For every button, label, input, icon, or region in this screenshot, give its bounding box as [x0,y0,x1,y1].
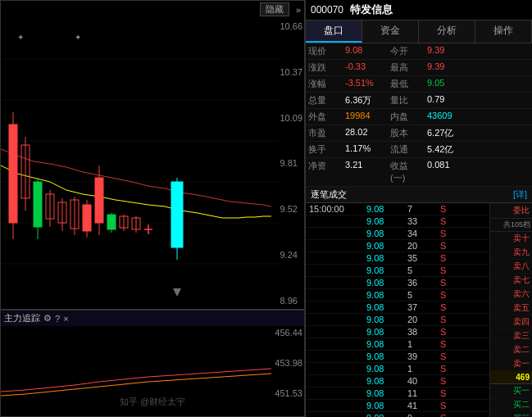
svg-marker-32 [173,288,181,297]
tab-bar: 盘口 资金 分析 操作 [306,20,532,43]
data-row-3: 涨幅 -3.51% 最低 9.05 [306,76,532,93]
stock-title-bar: 000070 特发信息 [306,0,532,20]
trade-row: 9.08 38 S [306,326,489,338]
buy-3: 买三 [490,412,532,417]
main-container: 隐藏 » ✦ ✦ 10.66 10.37 10.09 9.81 9.52 9.2… [0,0,532,417]
trade-row: 9.08 5 S [306,265,489,277]
vol-level-2: 453.98 [275,358,302,368]
trade-row: 9.08 41 S [306,400,489,412]
hide-button[interactable]: 隐藏 [260,2,289,16]
price-level-5: 9.52 [280,204,302,214]
data-row-8: 净资 3.21 收益(一) 0.081 [306,158,532,187]
value-最低: 9.05 [425,76,474,92]
stock-data-panel: 现价 9.08 今开 9.39 涨跌 -0.33 最高 9.39 涨幅 -3.5… [306,43,532,417]
buy-2: 买二 [490,398,532,412]
label-最高: 最高 [388,60,425,75]
trade-row: 9.08 5 S [306,289,489,301]
trade-title: 逐笔成交 [311,188,347,201]
value-涨跌: -0.33 [343,60,388,75]
svg-rect-19 [83,205,91,231]
data-row-2: 涨跌 -0.33 最高 9.39 [306,60,532,76]
label-总量: 总量 [306,93,343,108]
trade-row: 9.08 35 S [306,252,489,265]
value-收益一: 0.081 [425,158,474,186]
svg-rect-21 [95,178,103,223]
trade-row: 9.08 37 S [306,301,489,314]
data-row-7: 换手 1.17% 流通 5.42亿 [306,142,532,158]
sell-10: 卖十 [490,232,532,246]
trade-detail-link[interactable]: [详] [513,188,527,201]
candlestick-svg [1,18,280,309]
trade-row: 9.08 20 S [306,314,489,326]
buy-1: 买一 [490,384,532,398]
main-force-label: 主力追踪 [4,312,40,324]
sell-8: 卖八 [490,260,532,274]
trade-row: 9.08 34 S [306,228,489,240]
value-涨幅: -3.51% [343,76,388,92]
委比-label: 委比 [490,203,532,219]
value-流通: 5.42亿 [425,142,474,157]
tab-分析[interactable]: 分析 [419,20,475,43]
sell-4: 卖四 [490,315,532,329]
label-外盘: 外盘 [306,109,343,125]
value-股本: 6.27亿 [425,125,474,141]
chart-area: 隐藏 » ✦ ✦ 10.66 10.37 10.09 9.81 9.52 9.2… [0,0,305,417]
value-量比: 0.79 [425,93,474,108]
price-level-7: 8.96 [280,296,302,306]
chart-top-controls: 隐藏 » [257,2,301,16]
price-level-1: 10.66 [280,21,302,31]
label-最低: 最低 [388,76,425,92]
svg-rect-7 [9,125,17,223]
value-换手: 1.17% [343,142,388,157]
trade-header: 逐笔成交 [详] [306,187,532,203]
sell-7: 卖七 [490,274,532,288]
label-收益一: 收益(一) [388,158,425,186]
trade-row: 15:00:00 9.08 7 S [306,203,489,215]
label-现价: 现价 [306,43,343,59]
trade-list: 15:00:00 9.08 7 S 9.08 33 S 9.08 34 S 9.… [306,203,489,417]
trade-row: 9.08 36 S [306,277,489,289]
question-icon[interactable]: ? [55,314,60,324]
sell-1: 卖一 [490,357,532,371]
trade-row: 9.08 40 S [306,375,489,388]
price-level-6: 9.24 [280,250,302,260]
data-row-4: 总量 6.36万 量比 0.79 [306,93,532,109]
value-外盘: 19984 [343,109,388,125]
price-level-2: 10.37 [280,67,302,77]
gear-icon[interactable]: ⚙ [43,313,52,324]
active-sell-value: 469 [490,371,532,384]
tab-操作[interactable]: 操作 [475,20,532,43]
label-市盈: 市盈 [306,125,343,141]
label-涨幅: 涨幅 [306,76,343,92]
sell-6: 卖六 [490,288,532,301]
data-row-1: 现价 9.08 今开 9.39 [306,43,532,60]
price-level-3: 10.09 [280,113,302,123]
tab-盘口[interactable]: 盘口 [306,20,362,43]
value-最高: 9.39 [425,60,474,75]
trade-row: 9.08 1 S [306,363,489,375]
chart-top-bar: 隐藏 » [1,1,304,18]
price-level-4: 9.81 [280,158,302,168]
trade-row: 9.08 1 S [306,338,489,351]
price-scale: 10.66 10.37 10.09 9.81 9.52 9.24 8.96 [280,18,302,309]
value-总量: 6.36万 [343,93,388,108]
label-涨跌: 涨跌 [306,60,343,75]
label-净资: 净资 [306,158,343,186]
tab-资金[interactable]: 资金 [362,20,419,43]
chevron-right-icon: » [296,5,301,15]
label-量比: 量比 [388,93,425,108]
trade-row: 9.08 20 S [306,240,489,252]
close-icon[interactable]: × [63,314,68,324]
stock-code: 000070 [311,4,343,16]
data-row-5: 外盘 19984 内盘 43609 [306,109,532,125]
right-panel: 000070 特发信息 盘口 资金 分析 操作 现价 9.08 今开 9.39 … [305,0,532,417]
volume-scale: 456.44 453.98 451.53 [275,326,302,400]
svg-rect-23 [107,215,116,229]
value-今开: 9.39 [425,43,474,59]
chart-label-bar: 主力追踪 ⚙ ? × [1,310,304,326]
vol-level-3: 451.53 [275,388,302,398]
trade-row: 9.08 33 S [306,215,489,228]
candlestick-chart: ✦ ✦ 10.66 10.37 10.09 9.81 9.52 9.24 8.9… [1,18,304,309]
label-换手: 换手 [306,142,343,157]
stock-name: 特发信息 [350,2,393,17]
